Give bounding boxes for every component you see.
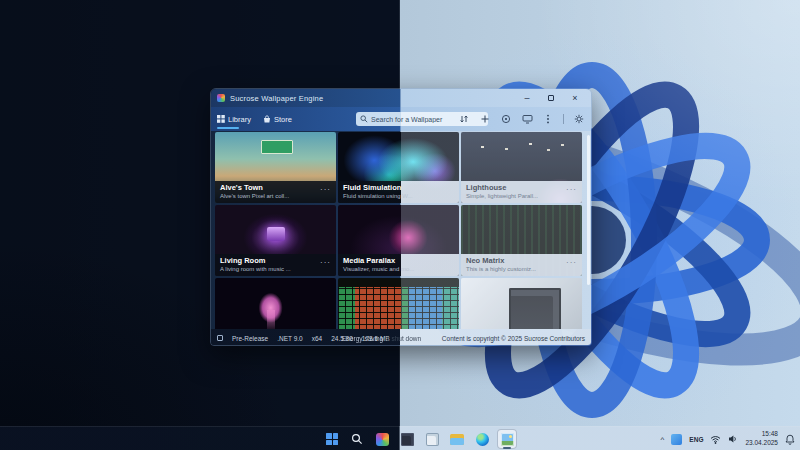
sort-icon[interactable] <box>458 113 470 125</box>
search-icon <box>360 115 368 123</box>
wallpaper-tile[interactable]: Alve's Town Alve's town Pixel art coll..… <box>215 132 336 203</box>
media-app-icon <box>426 433 439 446</box>
status-copyright: Content is copyright © 2025 Sucrose Cont… <box>442 329 585 346</box>
tab-store[interactable]: Store <box>257 107 298 131</box>
release-tag-icon <box>217 335 223 341</box>
tile-subtitle: Fluid simulation using W... <box>343 193 454 199</box>
windows-logo-icon <box>326 433 338 445</box>
library-grid-icon <box>217 115 225 123</box>
wallpaper-tile[interactable]: Media Parallax Visualizer, music and mo.… <box>338 205 459 276</box>
wallpaper-app-icon <box>501 433 514 446</box>
taskbar-file-explorer[interactable] <box>447 429 467 449</box>
app-icon <box>217 94 225 102</box>
sucrose-app-icon <box>376 433 389 446</box>
tile-title: Lighthouse <box>466 183 577 192</box>
maximize-button[interactable] <box>539 89 563 107</box>
wallpaper-tile[interactable] <box>461 278 582 329</box>
tile-menu-icon[interactable]: ··· <box>320 185 331 194</box>
settings-icon[interactable] <box>573 113 585 125</box>
toolbar-divider <box>563 114 564 124</box>
titlebar[interactable]: Sucrose Wallpaper Engine – × <box>211 89 591 107</box>
tile-menu-icon[interactable]: ··· <box>443 258 454 267</box>
active-tab-indicator <box>217 127 239 129</box>
taskbar-search-button[interactable] <box>347 429 367 449</box>
tile-menu-icon[interactable]: ··· <box>566 258 577 267</box>
tile-title: Fluid Simulation <box>343 183 454 192</box>
tray-date: 23.04.2025 <box>745 439 778 448</box>
status-runtime: .NET 9.0 <box>277 335 303 342</box>
tray-app-icon[interactable] <box>671 434 682 445</box>
tile-subtitle: Simple, lightweight Parall... <box>466 193 577 199</box>
wallpaper-tile[interactable]: Lighthouse Simple, lightweight Parall...… <box>461 132 582 203</box>
system-tray: ^ ENG 15:48 23.04.2025 <box>661 427 795 450</box>
maximize-icon <box>548 95 554 101</box>
add-icon[interactable] <box>479 113 491 125</box>
scrollbar[interactable] <box>587 135 590 285</box>
taskbar-media-app[interactable] <box>422 429 442 449</box>
wallpaper-tile[interactable] <box>215 278 336 329</box>
status-bar: Pre-Release .NET 9.0 x64 24.5.80 173.6 M… <box>211 329 591 346</box>
tile-title: Alve's Town <box>220 183 331 192</box>
file-explorer-icon <box>450 434 464 445</box>
navigation-bar: Library Store <box>211 107 591 131</box>
dark-app-icon <box>401 433 414 446</box>
tile-subtitle: A living room with music ... <box>220 266 331 272</box>
tile-subtitle: Alve's town Pixel art coll... <box>220 193 331 199</box>
window-title: Sucrose Wallpaper Engine <box>230 94 323 103</box>
display-icon[interactable] <box>521 113 533 125</box>
close-button[interactable]: × <box>563 89 587 107</box>
wallpaper-tile[interactable]: Neo Matrix This is a highly customiz... … <box>461 205 582 276</box>
tile-menu-icon[interactable]: ··· <box>443 185 454 194</box>
taskbar-sucrose-app[interactable] <box>372 429 392 449</box>
tile-title: Neo Matrix <box>466 256 577 265</box>
tab-library[interactable]: Library <box>211 107 257 131</box>
language-indicator[interactable]: ENG <box>689 436 703 443</box>
wallpaper-grid: Alve's Town Alve's town Pixel art coll..… <box>211 131 591 329</box>
hidden-icons-chevron[interactable]: ^ <box>661 435 665 444</box>
taskbar: ^ ENG 15:48 23.04.2025 <box>0 426 800 450</box>
toolbar <box>458 107 585 131</box>
volume-icon[interactable] <box>728 434 738 444</box>
start-button[interactable] <box>322 429 342 449</box>
wallpaper-tile[interactable]: Living Room A living room with music ...… <box>215 205 336 276</box>
report-icon[interactable] <box>500 113 512 125</box>
status-release: Pre-Release <box>232 335 268 342</box>
tile-title: Media Parallax <box>343 256 454 265</box>
taskbar-dark-app[interactable] <box>397 429 417 449</box>
tile-menu-icon[interactable]: ··· <box>320 258 331 267</box>
taskbar-edge[interactable] <box>472 429 492 449</box>
tile-subtitle: Visualizer, music and mo... <box>343 266 454 272</box>
tile-subtitle: This is a highly customiz... <box>466 266 577 272</box>
wallpaper-tile[interactable]: Fluid Simulation Fluid simulation using … <box>338 132 459 203</box>
tile-menu-icon[interactable]: ··· <box>566 185 577 194</box>
store-bag-icon <box>263 115 271 123</box>
search-icon <box>351 433 363 445</box>
notification-bell-icon[interactable] <box>785 434 795 445</box>
wallpaper-tile[interactable] <box>338 278 459 329</box>
tile-title: Living Room <box>220 256 331 265</box>
sucrose-wallpaper-engine-window: Sucrose Wallpaper Engine – × Library <box>210 88 592 346</box>
clock[interactable]: 15:48 23.04.2025 <box>745 430 778 448</box>
taskbar-wallpaper-app-active[interactable] <box>497 429 517 449</box>
tab-library-label: Library <box>228 115 251 124</box>
minimize-button[interactable]: – <box>515 89 539 107</box>
tray-time: 15:48 <box>745 430 778 439</box>
desktop: Sucrose Wallpaper Engine – × Library <box>0 0 800 450</box>
status-message: Energy saving is shut down <box>342 329 421 346</box>
network-icon[interactable] <box>710 435 721 444</box>
edge-icon <box>476 433 489 446</box>
more-options-icon[interactable] <box>542 113 554 125</box>
status-arch: x64 <box>312 335 322 342</box>
tab-store-label: Store <box>274 115 292 124</box>
